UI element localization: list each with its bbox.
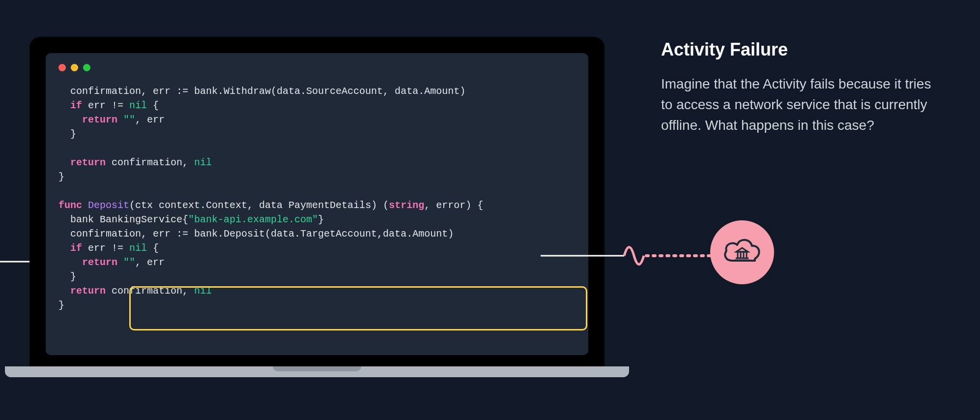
- laptop-frame: confirmation, err := bank.Withdraw(data.…: [29, 37, 605, 377]
- bank-cloud-icon: [710, 220, 774, 284]
- window-traffic-lights: [58, 64, 576, 71]
- explainer-panel: Activity Failure Imagine that the Activi…: [661, 39, 946, 136]
- laptop-screen: confirmation, err := bank.Withdraw(data.…: [29, 37, 605, 366]
- laptop-base: [5, 366, 629, 377]
- expand-icon: [83, 64, 90, 71]
- code-editor-window: confirmation, err := bank.Withdraw(data.…: [46, 53, 588, 355]
- code-block: confirmation, err := bank.Withdraw(data.…: [58, 84, 576, 312]
- minimize-icon: [71, 64, 78, 71]
- explainer-body: Imagine that the Activity fails because …: [661, 74, 946, 136]
- explainer-heading: Activity Failure: [661, 39, 946, 60]
- close-icon: [58, 64, 66, 71]
